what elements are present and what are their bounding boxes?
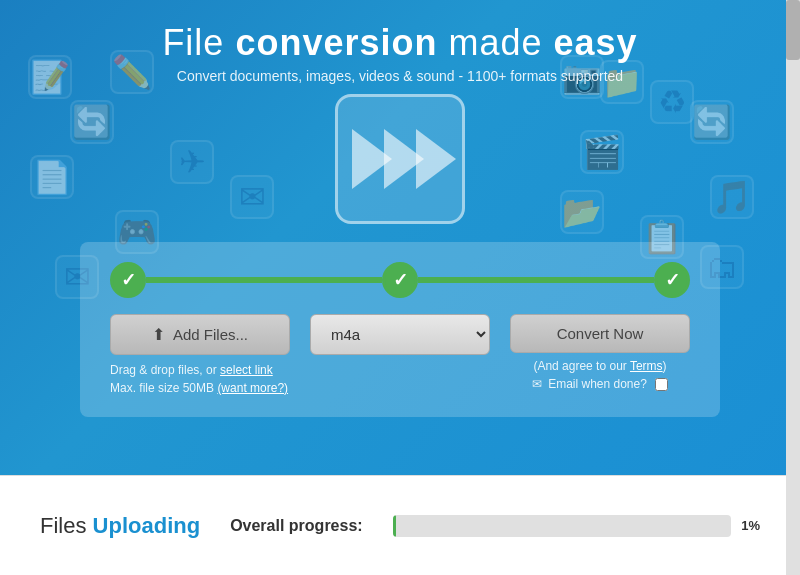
add-files-icon: ⬆ [152, 325, 165, 344]
scrollbar[interactable] [786, 0, 800, 575]
progress-container: 1% [393, 515, 760, 537]
format-column: m4a mp3 mp4 avi wav flac ogg aac [310, 314, 490, 355]
progress-fill [393, 515, 396, 537]
email-row: ✉ Email when done? [532, 377, 668, 391]
add-files-column: ⬆ Add Files... Drag & drop files, or sel… [110, 314, 290, 397]
progress-percent: 1% [741, 518, 760, 533]
overall-label: Overall progress: [230, 517, 363, 535]
logo-box [335, 94, 465, 224]
step-2: ✓ [382, 262, 418, 298]
play-icon [352, 129, 448, 189]
add-files-button[interactable]: ⬆ Add Files... [110, 314, 290, 355]
terms-text: (And agree to our Terms) [533, 359, 666, 373]
header: File conversion made easy Convert docume… [0, 0, 800, 84]
email-label: Email when done? [548, 377, 647, 391]
bottom-section: Files Uploading Overall progress: 1% [0, 475, 800, 575]
step-line-1 [146, 277, 382, 283]
step-line-2 [418, 277, 654, 283]
email-checkbox[interactable] [655, 378, 668, 391]
files-uploading-label: Files Uploading [40, 513, 200, 539]
hero-section: 📝 🔄 ✏️ ✈ ✉ 🎮 ✉ 📄 📁 🔄 🎵 🎬 📷 📋 🗂 ♻ 📂 File … [0, 0, 800, 475]
step-1: ✓ [110, 262, 146, 298]
conversion-panel: ✓ ✓ ✓ ⬆ Add Files... Drag & drop files, … [80, 242, 720, 417]
subtitle: Convert documents, images, videos & soun… [0, 68, 800, 84]
format-select[interactable]: m4a mp3 mp4 avi wav flac ogg aac [310, 314, 490, 355]
want-more-link[interactable]: (want more?) [217, 381, 288, 395]
progress-bar [393, 515, 732, 537]
steps-row: ✓ ✓ ✓ [110, 262, 690, 298]
email-icon: ✉ [532, 377, 542, 391]
add-files-label: Add Files... [173, 326, 248, 343]
convert-button[interactable]: Convert Now [510, 314, 690, 353]
page-title: File conversion made easy [0, 22, 800, 64]
logo-area [0, 94, 800, 224]
hint-text: Drag & drop files, or select link Max. f… [110, 361, 290, 397]
step-3: ✓ [654, 262, 690, 298]
select-link[interactable]: select link [220, 363, 273, 377]
terms-link[interactable]: Terms [630, 359, 663, 373]
action-row: ⬆ Add Files... Drag & drop files, or sel… [110, 314, 690, 397]
convert-column: Convert Now (And agree to our Terms) ✉ E… [510, 314, 690, 391]
